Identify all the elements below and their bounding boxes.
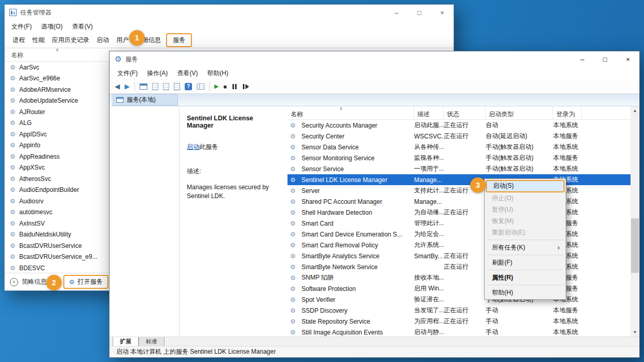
gear-icon bbox=[290, 307, 299, 314]
service-logon-as: 本地系统 bbox=[553, 328, 582, 337]
service-row[interactable]: Sensor Monitoring Service监视各种...手动(触发器启动… bbox=[287, 152, 631, 163]
service-row[interactable]: Smart Card Removal Policy允许系统...本地系统 bbox=[287, 240, 631, 250]
column-header[interactable]: 状态 bbox=[444, 106, 486, 119]
taskmgr-tab[interactable]: 性能 bbox=[29, 34, 48, 47]
service-row[interactable]: SmartByte Analytics ServiceSmartBy...正在运… bbox=[287, 250, 631, 261]
menu-separator bbox=[487, 240, 564, 240]
help-icon[interactable]: ? bbox=[185, 83, 192, 90]
services-menu-item[interactable]: 帮助(H) bbox=[202, 69, 233, 78]
service-name: AdobeARMservice bbox=[19, 86, 71, 93]
service-name: Security Center bbox=[302, 133, 345, 140]
maximize-icon[interactable]: □ bbox=[408, 5, 431, 20]
scroll-up-icon[interactable] bbox=[631, 106, 639, 115]
context-menu-item: 停止(O) bbox=[486, 192, 565, 204]
column-header[interactable]: 登录为 bbox=[553, 106, 582, 119]
gear-icon bbox=[10, 264, 19, 272]
scroll-down-icon[interactable] bbox=[631, 328, 639, 337]
summary-toggle-label[interactable]: 简略信息 bbox=[22, 277, 47, 286]
gear-icon bbox=[10, 131, 19, 138]
service-status: 正在运行 bbox=[444, 262, 486, 271]
close-icon[interactable]: × bbox=[616, 51, 639, 67]
taskmgr-menu-item[interactable]: 选项(O) bbox=[36, 22, 67, 31]
scrollbar-thumb[interactable] bbox=[631, 218, 639, 273]
taskmgr-tab[interactable]: 启动 bbox=[93, 34, 113, 47]
context-menu-item[interactable]: 刷新(F) bbox=[486, 257, 565, 268]
service-row[interactable]: Sentinel LDK License ManagerManage...本地系… bbox=[287, 174, 631, 185]
service-name: AarSvc bbox=[19, 64, 39, 71]
service-row[interactable]: Sensor Data Service从各种传...手动(触发器启动)本地系统 bbox=[287, 142, 631, 152]
service-row[interactable]: SmartByte Network Service正在运行本地系统 bbox=[287, 261, 631, 272]
minimize-icon[interactable]: – bbox=[571, 51, 594, 67]
service-row[interactable]: Shared PC Account ManagerManage...本地系统 bbox=[287, 196, 631, 207]
context-menu-item[interactable]: 启动(S) bbox=[486, 180, 565, 192]
service-name: Smart Card bbox=[302, 220, 333, 227]
tree-item-services-local[interactable]: 服务(本地) bbox=[113, 94, 178, 106]
service-row[interactable]: Smart Card Device Enumeration S...为给定会..… bbox=[287, 229, 631, 240]
menu-item-label: 启动(S) bbox=[493, 182, 514, 189]
stop-service-icon[interactable]: ■ bbox=[223, 83, 227, 90]
service-row[interactable]: Spot Verifier验证潜在...手动(触发器启动)本地系统 bbox=[287, 294, 631, 305]
maximize-icon[interactable]: □ bbox=[594, 51, 616, 67]
service-name: autotimesvc bbox=[19, 208, 52, 216]
service-name: BcastDVRUserService_e9... bbox=[19, 253, 98, 260]
taskmgr-tab[interactable]: 应用历史记录 bbox=[48, 34, 93, 47]
taskmgr-window-controls: – □ × bbox=[385, 5, 454, 20]
services-menu-item[interactable]: 查看(V) bbox=[172, 69, 202, 78]
service-startup-type: 自动 bbox=[486, 121, 553, 130]
service-row[interactable]: Sensor Service一项用于...手动(触发器启动)本地系统 bbox=[287, 163, 631, 174]
context-menu-item[interactable]: 属性(R) bbox=[486, 272, 565, 283]
start-service-icon[interactable]: ▶ bbox=[214, 83, 218, 90]
export-list-icon[interactable] bbox=[174, 83, 180, 90]
service-row[interactable]: Smart Card管理此计...本地服务 bbox=[287, 218, 631, 229]
close-icon[interactable]: × bbox=[431, 5, 454, 20]
context-menu-item[interactable]: 帮助(H) bbox=[486, 287, 565, 298]
taskmgr-titlebar[interactable]: 任务管理器 – □ × bbox=[5, 5, 454, 20]
service-row[interactable]: SSDP Discovery当发现了...正在运行手动本地服务 bbox=[287, 305, 631, 316]
gear-icon bbox=[10, 175, 19, 183]
service-logon-as: 本地系统 bbox=[553, 164, 582, 173]
service-row[interactable]: Server支持此计...正在运行本地系统 bbox=[287, 185, 631, 196]
back-arrow-icon[interactable]: ◀ bbox=[115, 82, 120, 90]
open-services-button[interactable]: 打开服务 bbox=[63, 275, 108, 289]
collapse-chevron-icon[interactable] bbox=[10, 278, 18, 286]
forward-arrow-icon[interactable]: ▶ bbox=[125, 82, 130, 90]
extended-view-icon[interactable] bbox=[197, 83, 204, 90]
restart-service-icon[interactable] bbox=[242, 83, 250, 90]
taskmgr-menu-item[interactable]: 查看(V) bbox=[67, 22, 98, 31]
context-menu: 启动(S)停止(O)暂停(U)恢复(M)重新启动(E)所有任务(K)›刷新(F)… bbox=[484, 178, 566, 300]
services-title: 服务 bbox=[125, 55, 138, 64]
menu-item-label: 重新启动(E) bbox=[492, 229, 525, 236]
properties-sheet-icon[interactable] bbox=[152, 83, 158, 90]
service-row[interactable]: SNMP 陷阱接收本地...本地服务 bbox=[287, 272, 631, 283]
service-row[interactable]: Shell Hardware Detection为自动播...正在运行本地系统 bbox=[287, 207, 631, 218]
view-tabs: 扩展标准 bbox=[109, 337, 639, 346]
services-menu-item[interactable]: 操作(A) bbox=[142, 69, 172, 78]
taskmgr-tab[interactable]: 进程 bbox=[9, 34, 29, 47]
taskmgr-tab[interactable]: 服务 bbox=[166, 33, 192, 47]
minimize-icon[interactable]: – bbox=[385, 5, 408, 20]
column-header[interactable]: 描述 bbox=[414, 106, 444, 119]
refresh-icon[interactable] bbox=[163, 83, 169, 90]
column-header[interactable]: 启动类型 bbox=[486, 106, 553, 119]
service-name-cell: Security Accounts Manager bbox=[287, 122, 414, 129]
service-row[interactable]: Software Protection启用 Win...网络服务 bbox=[287, 283, 631, 294]
service-name: AdobeUpdateService bbox=[19, 97, 78, 104]
service-row[interactable]: Security CenterWSCSVC...正在运行自动(延迟启动)本地服务 bbox=[287, 131, 631, 142]
console-tree-icon[interactable] bbox=[140, 83, 147, 90]
services-menu-item[interactable]: 文件(F) bbox=[113, 69, 142, 78]
service-status: 正在运行 bbox=[444, 306, 486, 315]
context-menu-item[interactable]: 所有任务(K)› bbox=[486, 242, 565, 253]
vertical-scrollbar[interactable] bbox=[631, 106, 639, 337]
column-header[interactable]: 名称 bbox=[287, 106, 414, 119]
column-header-name[interactable]: 名称 bbox=[11, 51, 23, 60]
gear-icon bbox=[290, 242, 299, 249]
service-row[interactable]: State Repository Service为应用程...正在运行手动本地系… bbox=[287, 316, 631, 327]
service-row[interactable]: Still Image Acquisition Events启动与静...手动本… bbox=[287, 327, 631, 337]
taskmgr-menu-item[interactable]: 文件(F) bbox=[7, 22, 36, 31]
pause-service-icon[interactable] bbox=[231, 83, 238, 90]
services-titlebar[interactable]: 服务 – □ × bbox=[109, 51, 639, 67]
service-name-cell: Sensor Service bbox=[287, 165, 414, 173]
start-service-link[interactable]: 启动 bbox=[187, 143, 199, 150]
service-row[interactable]: Security Accounts Manager启动此服...正在运行自动本地… bbox=[287, 120, 631, 131]
service-name-cell: SmartByte Network Service bbox=[287, 263, 414, 271]
